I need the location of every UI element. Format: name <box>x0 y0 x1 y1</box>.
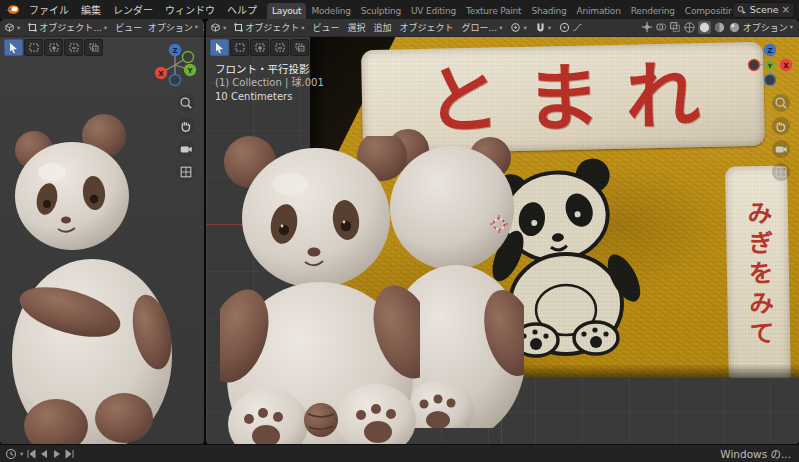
tab-rendering[interactable]: Rendering <box>626 3 680 19</box>
show-gizmo-toggle-icon[interactable] <box>641 21 653 33</box>
menu-add[interactable]: 追加 <box>370 21 396 34</box>
box-select-plus-icon <box>255 43 265 52</box>
view-name-text: フロント・平行投影 <box>215 62 324 76</box>
viewport-info-overlay: フロント・平行投影 (1) Collection | 球.001 10 Cent… <box>215 62 324 104</box>
perspective-grid-icon[interactable] <box>177 163 195 181</box>
gizmo-x-axis[interactable]: X <box>158 70 164 78</box>
perspective-grid-icon[interactable] <box>772 163 790 181</box>
zoom-icon[interactable] <box>772 94 790 112</box>
camera-view-icon[interactable] <box>177 140 195 158</box>
select-box-intersect-button[interactable] <box>84 39 103 56</box>
gizmo-x-axis[interactable]: X <box>783 62 789 70</box>
tab-texture-paint[interactable]: Texture Paint <box>461 3 526 19</box>
menu-help[interactable]: ヘルプ <box>221 2 263 17</box>
select-box-subtract-button[interactable] <box>270 39 289 56</box>
viewport-right-header-right: オプション ▾ <box>637 19 797 35</box>
navigation-gizmo[interactable]: Z X Y <box>747 42 793 88</box>
windows-watermark: Windows の... <box>720 446 791 461</box>
menu-object[interactable]: オブジェクト <box>396 21 458 34</box>
navigation-gizmo[interactable]: Z Y X <box>152 42 198 88</box>
shading-wireframe-icon[interactable] <box>683 21 696 34</box>
shading-rendered-icon[interactable] <box>728 21 741 34</box>
tab-uv-editing[interactable]: UV Editing <box>406 3 461 19</box>
clock-icon <box>5 448 17 460</box>
menu-select[interactable]: 選択 <box>344 21 370 34</box>
proportional-editing-toggle[interactable] <box>555 22 587 33</box>
shading-material-icon[interactable] <box>713 21 726 34</box>
select-box-extend-button[interactable] <box>250 39 269 56</box>
falloff-curve-icon <box>572 22 583 33</box>
select-box-subtract-button[interactable] <box>64 39 83 56</box>
panda-model-perspective[interactable] <box>0 104 185 445</box>
box-select-intersect-icon <box>295 43 305 52</box>
box-select-icon <box>235 43 245 52</box>
options-menu[interactable]: オプション ▾ <box>144 19 202 35</box>
scene-selector[interactable]: Scene × <box>732 2 795 18</box>
options-menu[interactable]: オプション ▾ <box>743 21 793 34</box>
viewport-editor-icon <box>210 22 221 33</box>
tab-animation[interactable]: Animation <box>572 3 626 19</box>
show-overlays-toggle-icon[interactable] <box>655 21 667 33</box>
pivot-icon <box>510 22 521 33</box>
tab-layout[interactable]: Layout <box>267 3 306 19</box>
menu-bar: ファイル 編集 レンダー ウィンドウ ヘルプ <box>23 2 263 17</box>
select-box-new-button[interactable] <box>230 39 249 56</box>
tweak-select-button[interactable] <box>210 39 229 56</box>
menu-file[interactable]: ファイル <box>23 2 75 17</box>
menu-window[interactable]: ウィンドウ <box>159 2 221 17</box>
tab-shading[interactable]: Shading <box>526 3 571 19</box>
chevron-down-icon: ▾ <box>301 24 304 32</box>
side-sign-plate: みぎをみて <box>725 165 791 378</box>
viewport-right-header: ▾ オブジェクト ▾ ビュー 選択 追加 オブジェクト グロー... ▾ <box>206 19 799 37</box>
grid-scale-text: 10 Centimeters <box>215 90 324 104</box>
play-icon[interactable] <box>52 449 62 459</box>
editor-type-button[interactable]: ▾ <box>0 22 24 33</box>
tweak-select-button[interactable] <box>4 39 23 56</box>
box-select-minus-icon <box>275 43 285 52</box>
panda-model-front[interactable] <box>220 136 420 445</box>
pan-hand-icon[interactable] <box>772 117 790 135</box>
select-box-intersect-button[interactable] <box>290 39 309 56</box>
editor-type-button[interactable]: ▾ <box>206 22 230 33</box>
transform-orientation-select[interactable]: グロー... ▾ <box>458 21 507 34</box>
select-box-extend-button[interactable] <box>44 39 63 56</box>
xray-toggle-icon[interactable] <box>669 21 681 33</box>
jump-to-end-icon[interactable] <box>65 449 75 459</box>
gizmo-z-axis[interactable]: Z <box>172 47 177 55</box>
chevron-down-icon: ▾ <box>104 24 107 32</box>
tab-modeling[interactable]: Modeling <box>306 3 355 19</box>
viewport-left-canvas[interactable]: Z Y X <box>0 36 204 445</box>
blender-logo-icon[interactable] <box>5 3 20 16</box>
select-box-new-button[interactable] <box>24 39 43 56</box>
tab-compositing[interactable]: Compositing <box>680 3 732 19</box>
viewport-right-canvas[interactable]: とまれ <box>206 36 799 445</box>
pan-hand-icon[interactable] <box>177 117 195 135</box>
mode-select[interactable]: オブジェクト... ▾ <box>24 21 111 34</box>
object-mode-icon <box>28 23 37 32</box>
viewport-right: ▾ オブジェクト ▾ ビュー 選択 追加 オブジェクト グロー... ▾ <box>206 19 799 445</box>
statusbar: ▾ Windows の... <box>0 444 799 462</box>
chevron-down-icon: ▾ <box>548 24 551 32</box>
gizmo-z-axis[interactable]: Z <box>767 47 772 55</box>
3d-cursor <box>490 215 508 233</box>
jump-to-start-icon[interactable] <box>26 449 36 459</box>
mode-select[interactable]: オブジェクト ▾ <box>230 21 308 34</box>
scene-unlink-button[interactable]: × <box>782 4 790 15</box>
timeline-editor-type-button[interactable]: ▾ <box>0 448 80 460</box>
tab-sculpting[interactable]: Sculpting <box>356 3 406 19</box>
box-select-intersect-icon <box>89 43 99 52</box>
play-reverse-icon[interactable] <box>39 449 49 459</box>
pivot-point-select[interactable]: ▾ <box>506 22 530 33</box>
camera-view-icon[interactable] <box>772 140 790 158</box>
gizmo-y-axis[interactable]: Y <box>186 67 193 75</box>
menu-view[interactable]: ビュー <box>309 21 344 34</box>
menu-render[interactable]: レンダー <box>107 2 159 17</box>
options-label: オプション <box>743 21 788 34</box>
menu-edit[interactable]: 編集 <box>75 2 107 17</box>
shading-solid-icon[interactable] <box>698 21 711 34</box>
zoom-icon[interactable] <box>177 94 195 112</box>
gizmo-y-axis[interactable]: Y <box>767 62 773 69</box>
snap-toggle[interactable]: ▾ <box>531 22 555 33</box>
scene-name: Scene <box>750 4 779 15</box>
menu-view[interactable]: ビュー <box>111 21 146 34</box>
